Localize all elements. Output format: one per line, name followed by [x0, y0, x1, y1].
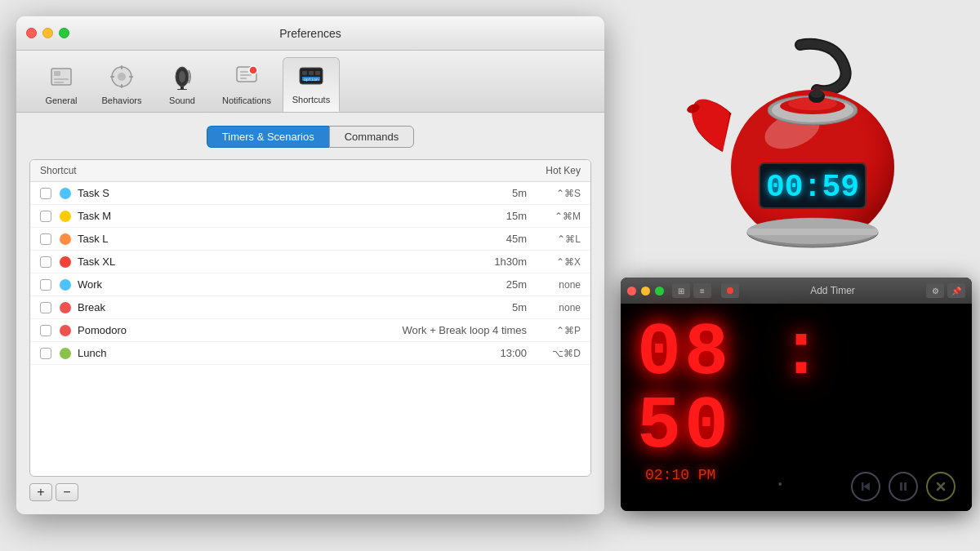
preferences-window: Preferences General — [16, 16, 604, 514]
kettle-svg: 00:59 — [674, 29, 919, 257]
row-checkbox-7[interactable] — [40, 348, 51, 359]
svg-rect-3 — [54, 82, 64, 83]
row-dot-5 — [60, 302, 71, 313]
content-area: Timers & Scenarios Commands Shortcut Hot… — [16, 113, 604, 514]
maximize-button[interactable] — [59, 28, 69, 38]
table-row[interactable]: Task M 15m ⌃⌘M — [30, 205, 590, 228]
svg-rect-12 — [180, 87, 184, 89]
title-bar: Preferences — [16, 16, 604, 51]
close-button[interactable] — [26, 28, 37, 38]
row-dot-7 — [60, 348, 71, 359]
general-icon — [48, 64, 74, 94]
row-checkbox-2[interactable] — [40, 233, 51, 245]
timer-icon-list[interactable]: ≡ — [693, 283, 711, 298]
behaviors-label: Behaviors — [102, 96, 142, 105]
table-body: Task S 5m ⌃⌘S Task M 15m ⌃⌘M Task L 45m … — [30, 182, 590, 476]
row-checkbox-6[interactable] — [40, 325, 51, 336]
timer-stop-button[interactable] — [926, 472, 956, 501]
row-duration-7: 13:00 — [470, 347, 527, 359]
remove-button[interactable]: − — [56, 483, 78, 501]
traffic-lights — [26, 28, 69, 38]
bottom-bar: + − — [29, 477, 591, 501]
shortcuts-label: Shortcuts — [292, 95, 330, 104]
row-name-5: Break — [78, 301, 470, 313]
row-dot-2 — [60, 233, 71, 245]
table-row[interactable]: Task XL 1h30m ⌃⌘X — [30, 251, 590, 273]
row-hotkey-7: ⌥⌘D — [540, 348, 581, 359]
col-hotkey: Hot Key — [546, 165, 581, 176]
svg-rect-9 — [129, 76, 133, 78]
table-row[interactable]: Pomodoro Work + Break loop 4 times ⌃⌘P — [30, 319, 590, 342]
svg-rect-41 — [862, 482, 864, 491]
svg-rect-7 — [121, 84, 122, 88]
tab-timers[interactable]: Timers & Scenarios — [207, 126, 329, 148]
shortcuts-icon: option — [298, 63, 324, 93]
table-row[interactable]: Lunch 13:00 ⌥⌘D — [30, 342, 590, 365]
table-row[interactable]: Task S 5m ⌃⌘S — [30, 182, 590, 205]
row-name-7: Lunch — [78, 347, 470, 359]
timer-icon-grid[interactable]: ⊞ — [672, 283, 690, 298]
minimize-button[interactable] — [42, 28, 53, 38]
right-side: 00:59 — [604, 0, 980, 519]
timer-controls — [851, 472, 956, 501]
timer-settings-icon[interactable]: ⚙ — [926, 283, 944, 298]
row-hotkey-1: ⌃⌘M — [540, 211, 581, 222]
table-row[interactable]: Break 5m none — [30, 296, 590, 319]
svg-point-5 — [118, 73, 126, 81]
window-title: Preferences — [279, 27, 341, 40]
timer-display-ampm: 02:10 PM — [645, 467, 715, 483]
row-dot-0 — [60, 188, 71, 199]
table-row[interactable]: Work 25m none — [30, 273, 590, 296]
timer-close-button[interactable] — [627, 287, 636, 295]
svg-rect-8 — [110, 76, 114, 78]
toolbar-item-notifications[interactable]: Notifications — [214, 59, 279, 112]
behaviors-icon — [109, 64, 135, 94]
row-hotkey-5: none — [540, 302, 581, 313]
toolbar-item-sound[interactable]: Sound — [154, 59, 211, 112]
row-hotkey-6: ⌃⌘P — [540, 325, 581, 336]
toolbar-item-general[interactable]: General — [33, 59, 90, 112]
table-row[interactable]: Task L 45m ⌃⌘L — [30, 228, 590, 251]
toolbar-item-shortcuts[interactable]: option Shortcuts — [283, 57, 340, 112]
row-duration-3: 1h30m — [470, 256, 527, 268]
svg-rect-19 — [300, 68, 323, 84]
row-hotkey-3: ⌃⌘X — [540, 256, 581, 268]
row-duration-5: 5m — [470, 301, 527, 313]
timer-dot: • — [778, 478, 782, 491]
svg-point-11 — [179, 71, 185, 82]
toolbar-item-behaviors[interactable]: Behaviors — [93, 59, 150, 112]
row-checkbox-1[interactable] — [40, 211, 51, 222]
row-dot-3 — [60, 256, 71, 268]
timer-pin-icon[interactable]: 📌 — [947, 283, 965, 298]
notifications-icon — [234, 64, 260, 94]
timer-window: ⊞ ≡ Add Timer ⚙ 📌 08 : 50 02:10 PM • — [621, 278, 972, 511]
general-label: General — [45, 96, 77, 105]
svg-marker-40 — [863, 482, 870, 491]
svg-rect-6 — [121, 65, 122, 69]
svg-rect-22 — [315, 71, 320, 75]
svg-rect-18 — [240, 78, 247, 79]
row-duration-4: 25m — [470, 278, 527, 291]
notifications-label: Notifications — [222, 96, 271, 105]
add-button[interactable]: + — [29, 483, 52, 501]
timer-minimize-button[interactable] — [641, 287, 650, 295]
timer-dot-indicator — [721, 283, 739, 298]
col-shortcut: Shortcut — [40, 165, 77, 176]
row-hotkey-0: ⌃⌘S — [540, 188, 581, 199]
tab-commands[interactable]: Commands — [329, 126, 414, 148]
row-checkbox-3[interactable] — [40, 256, 51, 268]
row-duration-0: 5m — [470, 187, 527, 199]
shortcuts-table: Shortcut Hot Key Task S 5m ⌃⌘S Task M 15… — [29, 159, 591, 477]
svg-rect-20 — [302, 71, 307, 75]
row-dot-1 — [60, 211, 71, 222]
row-hotkey-4: none — [540, 279, 581, 291]
timer-prev-button[interactable] — [851, 472, 880, 501]
svg-point-15 — [249, 66, 257, 74]
timer-pause-button[interactable] — [889, 472, 918, 501]
row-checkbox-4[interactable] — [40, 279, 51, 291]
row-checkbox-5[interactable] — [40, 302, 51, 313]
row-name-2: Task L — [78, 233, 470, 245]
row-hotkey-2: ⌃⌘L — [540, 233, 581, 245]
timer-maximize-button[interactable] — [655, 287, 664, 295]
row-checkbox-0[interactable] — [40, 188, 51, 199]
